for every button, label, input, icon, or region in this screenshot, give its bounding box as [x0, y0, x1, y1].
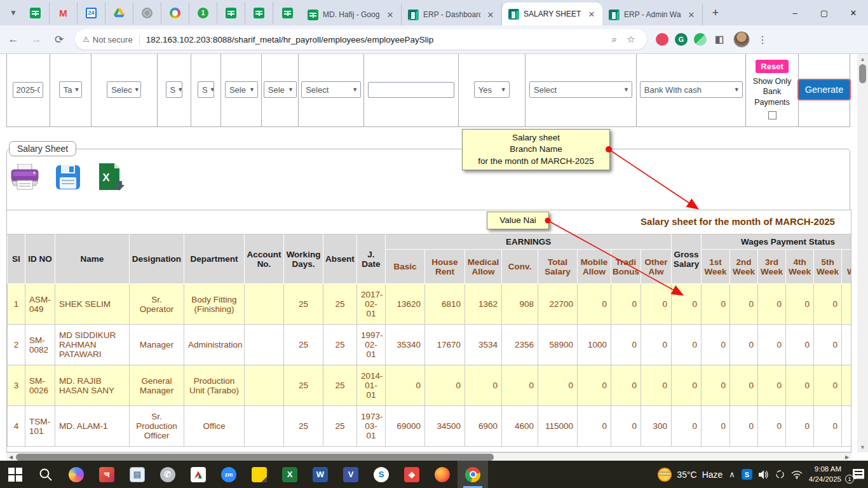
- browser-tab[interactable]: SALARY SHEET✕: [502, 3, 602, 25]
- table-cell: 0: [702, 325, 730, 365]
- meet-icon[interactable]: [775, 470, 785, 479]
- pinned-tab-sheets-icon[interactable]: [245, 2, 273, 24]
- new-tab-button[interactable]: +: [707, 4, 724, 22]
- pinned-tab-sheets-icon[interactable]: [217, 2, 245, 24]
- select-2[interactable]: Selec▼: [107, 81, 141, 98]
- taskbar-sticky-notes-icon[interactable]: [244, 461, 275, 488]
- taskbar-photos-icon[interactable]: [183, 461, 214, 488]
- taskbar-avro-icon[interactable]: অ: [92, 461, 122, 488]
- scroll-right-arrow-icon[interactable]: ▶: [843, 453, 851, 461]
- tab-close-icon[interactable]: ✕: [384, 9, 396, 20]
- pinned-tab-one-icon[interactable]: 1: [189, 2, 217, 24]
- menu-kebab-icon[interactable]: ⋮: [757, 34, 768, 46]
- select-7[interactable]: Select▼: [301, 81, 361, 98]
- wages-group-header: Wages Payment Status: [702, 234, 851, 250]
- col-header: Conv.: [502, 250, 538, 284]
- payment-mode-select[interactable]: Bank With cash▼: [640, 81, 743, 98]
- select-8[interactable]: Select▼: [529, 81, 632, 98]
- profile-avatar[interactable]: [733, 31, 750, 48]
- generate-button[interactable]: Generate: [797, 79, 851, 100]
- pinned-tab-globe-icon[interactable]: [133, 2, 161, 24]
- tab-close-icon[interactable]: ✕: [586, 8, 597, 20]
- taskbar-whatsapp-icon[interactable]: ✆: [153, 461, 183, 488]
- save-icon[interactable]: [53, 163, 83, 191]
- taskbar-firefox-icon[interactable]: [427, 461, 458, 488]
- leaf-icon[interactable]: [694, 33, 707, 46]
- show-only-bank-checkbox[interactable]: [768, 111, 776, 119]
- taskbar-visio-icon[interactable]: V: [336, 461, 366, 488]
- taskbar-word-icon[interactable]: W: [305, 461, 336, 488]
- table-cell: 0: [611, 284, 641, 325]
- tab-search-chevron-icon[interactable]: ▼: [5, 4, 22, 21]
- forward-button[interactable]: →: [27, 30, 46, 49]
- bookmark-star-icon[interactable]: ☆: [623, 34, 639, 45]
- table-cell: 0: [672, 406, 702, 447]
- chevron-up-icon[interactable]: ∧: [729, 470, 735, 479]
- taskbar-excel-icon[interactable]: X: [275, 461, 305, 488]
- volume-icon[interactable]: [759, 470, 769, 479]
- address-bar[interactable]: ⚠ Not secure 182.163.102.203:8088/sharif…: [75, 29, 647, 50]
- select-5[interactable]: Sele▼: [225, 81, 258, 98]
- scroll-down-arrow-icon[interactable]: ▼: [857, 442, 868, 452]
- search-input[interactable]: [368, 82, 454, 98]
- vertical-scroll-thumb[interactable]: [859, 64, 866, 83]
- pinned-tab-calendar-icon[interactable]: 24: [78, 2, 105, 24]
- grammarly-icon[interactable]: G: [675, 33, 688, 46]
- select-4[interactable]: S▼: [198, 81, 214, 98]
- weather-condition: Haze: [702, 470, 723, 480]
- tab-close-icon[interactable]: ✕: [686, 9, 697, 20]
- taskbar-apps: অ▤✆zmXWVS◈: [0, 461, 488, 488]
- reload-button[interactable]: ⟳: [50, 30, 69, 49]
- notification-center-icon[interactable]: 1: [848, 468, 864, 482]
- browser-tab[interactable]: ERP - Admin Wag✕: [602, 4, 703, 25]
- taskbar-chrome-icon[interactable]: [458, 461, 488, 488]
- tray-clock[interactable]: 9:08 AM 4/24/2025: [809, 464, 841, 484]
- branch-select[interactable]: Ta▼: [59, 81, 82, 98]
- puzzle-icon[interactable]: ◧: [713, 33, 726, 46]
- tab-close-icon[interactable]: ✕: [485, 9, 496, 20]
- skype-tray-icon[interactable]: S: [742, 469, 752, 480]
- yes-no-select[interactable]: Yes▼: [474, 81, 510, 98]
- pinned-tab-sheets-icon[interactable]: [22, 2, 50, 24]
- minimize-button[interactable]: –: [780, 0, 810, 25]
- scroll-up-arrow-icon[interactable]: ▲: [857, 54, 868, 64]
- browser-tab[interactable]: MD. Hafij - Goog✕: [301, 4, 402, 25]
- pinned-tab-sheets-icon[interactable]: [273, 2, 301, 24]
- table-cell: 0: [730, 406, 758, 447]
- taskbar-skype-icon[interactable]: S: [366, 461, 397, 488]
- col-header: Total Salary: [538, 250, 578, 284]
- taskbar-zoom-icon[interactable]: zm: [214, 461, 244, 488]
- horizontal-scrollbar[interactable]: ◀ ▶: [6, 452, 851, 461]
- select-3[interactable]: S▼: [166, 81, 182, 98]
- zoom-page-icon[interactable]: ⌕: [606, 34, 623, 45]
- security-chip[interactable]: ⚠ Not secure: [83, 35, 140, 44]
- pinned-tab-swirl-icon[interactable]: [161, 2, 189, 24]
- excel-export-icon[interactable]: X: [97, 163, 126, 191]
- taskbar-red-diamond-icon[interactable]: ◈: [397, 461, 427, 488]
- table-cell: [245, 325, 284, 365]
- pinned-tab-drive-icon[interactable]: [105, 2, 133, 24]
- url-text[interactable]: 182.163.102.203:8088/sharif_metal/hr_pay…: [140, 35, 606, 44]
- colorzilla-icon[interactable]: [656, 33, 668, 46]
- wifi-icon[interactable]: [791, 470, 803, 479]
- print-icon[interactable]: [10, 163, 39, 191]
- table-cell: 0: [814, 284, 842, 325]
- select-6[interactable]: Sele▼: [264, 81, 297, 98]
- vertical-scrollbar[interactable]: ▲ ▼: [857, 54, 868, 452]
- salary-month-input[interactable]: [13, 82, 43, 98]
- browser-tab[interactable]: ERP - Dashboard✕: [402, 4, 502, 25]
- close-button[interactable]: ✕: [839, 0, 868, 25]
- weather-widget[interactable]: 35°C Haze: [658, 468, 722, 482]
- pinned-tab-gmail-icon[interactable]: M: [50, 2, 78, 24]
- chevron-down-icon: ▼: [288, 86, 294, 93]
- horizontal-scroll-thumb[interactable]: [16, 454, 494, 461]
- taskbar-search-icon[interactable]: [31, 461, 61, 488]
- taskbar-notepad-icon[interactable]: ▤: [122, 461, 153, 488]
- table-cell: 0: [641, 365, 672, 406]
- reset-button[interactable]: Reset: [756, 60, 788, 73]
- back-button[interactable]: ←: [4, 30, 23, 49]
- restore-button[interactable]: ▢: [810, 0, 839, 25]
- taskbar-copilot-icon[interactable]: [61, 461, 92, 488]
- taskbar-start-icon[interactable]: [0, 461, 31, 488]
- scroll-left-arrow-icon[interactable]: ◀: [6, 453, 15, 461]
